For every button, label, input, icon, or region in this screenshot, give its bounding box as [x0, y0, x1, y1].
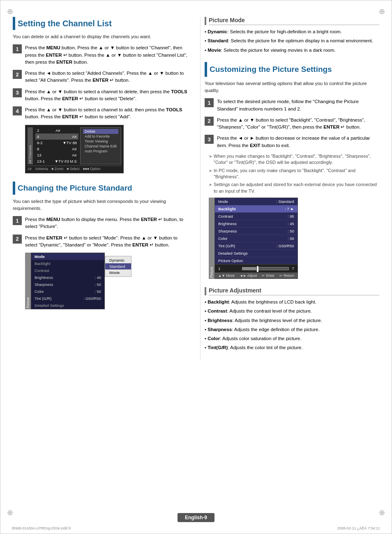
step-text-1: Press the MENU button. Press the ▲ or ▼ … [25, 44, 188, 66]
menu-name-edit: Channel Name Edit [83, 144, 118, 149]
picture-mode-screen-container: Picture Mode Backlight Contrast Brightne… [25, 253, 188, 309]
picture-mode-header: Picture Mode [205, 17, 379, 25]
section-bar-3 [205, 62, 207, 77]
mode-row-tint: Tint (G/R): G50/R50 [31, 295, 104, 302]
english-badge: English-9 [178, 513, 214, 522]
step-pic-1: 1 Press the MENU button to display the m… [13, 216, 188, 230]
ch-row-2: 4Air [35, 134, 78, 140]
psr-picture-option: Picture Option [215, 257, 297, 264]
mode-row-color: Color: 50 [31, 288, 104, 295]
channel-side-label: All Channels [28, 127, 33, 164]
step-cust-2: 2 Press the ▲ or ▼ button to select "Bac… [205, 117, 379, 131]
psr-sharpness: Sharpness: 50 [215, 228, 297, 235]
step-cust-num-1: 1 [205, 98, 214, 107]
psr-contrast: Contrast: 95 [215, 213, 297, 220]
step-cust-num-2: 2 [205, 117, 214, 126]
picture-standard-title: Changing the Picture Standard [18, 184, 132, 193]
step-text-3: Press the ▲ or ▼ button to select a chan… [25, 88, 188, 103]
pa-contrast: • Contrast: Adjusts the contrast level o… [205, 308, 379, 315]
mode-row-brightness: Brightness: 40 [31, 274, 104, 281]
footer-container: English-9 [0, 513, 392, 522]
step-num-4: 4 [13, 106, 22, 115]
psr-color: Color: 50 [215, 235, 297, 242]
file-info-left: BN68-01430A-LPREng-0204.indd 9 [12, 526, 71, 530]
ch-row-1: 2Air [35, 127, 78, 134]
step-pic-num-2: 2 [13, 235, 22, 244]
section-picture-adjustment: Picture Adjustment • Backlight: Adjusts … [205, 287, 379, 352]
mode-row-backlight: Backlight [31, 260, 104, 267]
channel-screen-bottom: AirAntenna■ Zoom■ Select■■■ Option [28, 166, 121, 171]
section-picture-standard: Changing the Picture Standard You can se… [13, 182, 188, 310]
pm-dynamic-desc: Selects the picture for high-definition … [230, 29, 342, 34]
right-column: Picture Mode • Dynamic: Selects the pict… [200, 17, 379, 360]
customize-intro: Your television has several setting opti… [205, 80, 379, 94]
mode-dynamic: Dynamic [105, 257, 131, 263]
picture-side-tab: Picture [25, 253, 31, 309]
pm-bar [205, 17, 206, 25]
menu-add-fav: Add to Favorite [83, 134, 118, 139]
pic-settings-side-tab: Picture [209, 198, 214, 279]
step-cust-3: 3 Press the ◄ or ► button to decrease or… [205, 135, 379, 149]
pa-tint: • Tint(G/R): Adjusts the color tint of t… [205, 344, 379, 351]
pic-settings-screen-container: Picture Mode: Standard Backlight: 7 ► Co… [209, 198, 379, 279]
channel-menu-popup: Delete Add to Favorite Timer Viewing Cha… [80, 127, 121, 164]
mode-popup: Dynamic Standard Movie [105, 256, 131, 277]
mode-row-contrast: Contrast [31, 267, 104, 274]
step-pic-text-2: Press the ENTER ↵ button to select "Mode… [25, 235, 188, 249]
psr-brightness: Brightness: 45 [215, 220, 297, 228]
section-bar-1 [13, 17, 15, 30]
file-info-right: 2008-02-11 ¿ÀÈÄ 7:54:11 [337, 526, 380, 530]
step-channel-4: 4 Press the ▲ or ▼ button to select a ch… [13, 106, 188, 121]
slider-value: 7 [292, 266, 294, 271]
pm-standard: • Standard: Selects the picture for the … [205, 37, 379, 44]
step-cust-num-3: 3 [205, 135, 214, 144]
step-text-2: Press the ◄ button to select "Added Chan… [25, 70, 188, 84]
slider-track [242, 267, 289, 270]
menu-auto-prog: Auto Program [83, 149, 118, 154]
mode-movie: Movie [105, 269, 131, 276]
section-bar-2 [13, 182, 15, 195]
pa-color: • Color: Adjusts color saturation of the… [205, 335, 379, 342]
section-picture-mode: Picture Mode • Dynamic: Selects the pict… [205, 17, 379, 54]
step-pic-2: 2 Press the ENTER ↵ button to select "Mo… [13, 235, 188, 249]
channel-list-display: 2Air 4Air 6-2▼TV 88 8Air 13Air 13-1▼TV #… [35, 127, 78, 164]
mode-standard: Standard [105, 263, 131, 269]
channel-list-title: Setting the Channel List [18, 19, 112, 28]
pm-dynamic: • Dynamic: Selects the picture for high-… [205, 28, 379, 35]
mode-row-header: Mode [31, 253, 104, 260]
pa-backlight: • Backlight: Adjusts the brightness of L… [205, 299, 379, 306]
file-info-bar: BN68-01430A-LPREng-0204.indd 9 2008-02-1… [12, 526, 380, 530]
menu-delete: Delete [83, 129, 118, 134]
crosshair-tl: ⊕ [7, 7, 13, 16]
step-cust-text-3: Press the ◄ or ► button to decrease or i… [217, 135, 379, 149]
pa-header: Picture Adjustment [205, 287, 379, 295]
picture-standard-intro: You can select the type of picture which… [13, 198, 188, 212]
ch-row-6: 13-1▼TV #3 M.S [35, 158, 78, 164]
step-pic-num-1: 1 [13, 216, 22, 225]
step-pic-text-1: Press the MENU button to display the men… [25, 216, 188, 230]
left-column: Setting the Channel List You can delete … [13, 17, 192, 360]
pm-standard-desc: Selects the picture for the optimum disp… [231, 38, 373, 43]
slider-fill [242, 267, 256, 270]
picture-mode-title: Picture Mode [209, 17, 379, 25]
psr-tint: Tint (G/R): G50/R50 [215, 242, 297, 250]
step-channel-2: 2 Press the ◄ button to select "Added Ch… [13, 70, 188, 84]
customize-header: Customizing the Picture Settings [205, 62, 379, 77]
mode-row-sharpness: Sharpness: 50 [31, 281, 104, 288]
step-cust-text-2: Press the ▲ or ▼ button to select "Backl… [217, 117, 379, 131]
mode-row-detailed: Detailed Settings [31, 302, 104, 309]
step-num-2: 2 [13, 70, 22, 79]
channel-list-header: Setting the Channel List [13, 17, 188, 30]
pic-settings-menu: Mode: Standard Backlight: 7 ► Contrast: … [214, 198, 298, 279]
ch-row-3: 6-2▼TV 88 [35, 140, 78, 146]
channel-list-intro: You can delete or add a channel to displ… [13, 33, 188, 40]
pa-sharpness: • Sharpness: Adjusts the edge definition… [205, 326, 379, 333]
slider-label: 1 [218, 266, 239, 271]
picture-standard-header: Changing the Picture Standard [13, 182, 188, 195]
pic-settings-rows: Mode: Standard Backlight: 7 ► Contrast: … [214, 198, 298, 265]
channel-screen-inner: All Channels 2Air 4Air 6-2▼TV 88 8Air 13… [28, 127, 121, 164]
channel-screen-container: All Channels 2Air 4Air 6-2▼TV 88 8Air 13… [25, 125, 188, 173]
ch-row-5: 13Air [35, 152, 78, 158]
picture-mode-menu: Mode Backlight Contrast Brightness: 40 S… [31, 253, 105, 309]
step-num-1: 1 [13, 44, 22, 53]
